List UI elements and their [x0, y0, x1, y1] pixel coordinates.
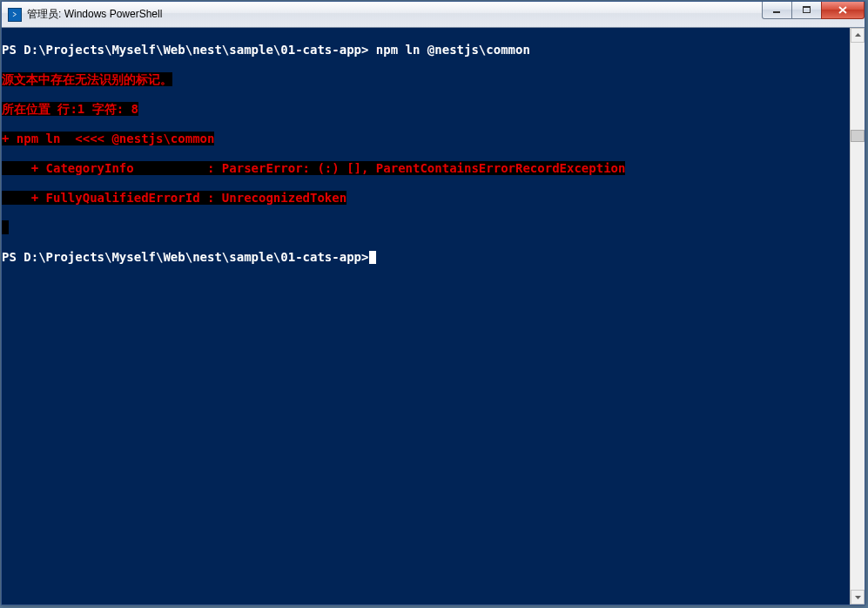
powershell-icon	[8, 8, 22, 22]
chevron-up-icon	[854, 31, 862, 39]
svg-rect-0	[773, 11, 780, 13]
command-text: npm ln @nestjs\common	[368, 43, 529, 57]
error-line: 源文本中存在无法识别的标记。	[2, 72, 172, 86]
window-title: 管理员: Windows PowerShell	[27, 7, 162, 22]
maximize-button[interactable]	[791, 2, 822, 19]
cursor	[369, 251, 376, 264]
error-line: + npm ln <<<< @nestjs\common	[2, 132, 214, 145]
error-line: + CategoryInfo : ParserError: (:) [], Pa…	[2, 161, 625, 175]
maximize-icon	[802, 5, 811, 15]
scroll-up-button[interactable]	[851, 28, 865, 43]
client-area: PS D:\Projects\Myself\Web\nest\sample\01…	[2, 28, 865, 605]
error-blank-line	[2, 220, 9, 234]
powershell-window: 管理员: Windows PowerShell PS D:\Projects\M…	[1, 1, 865, 605]
minimize-icon	[772, 5, 782, 15]
scrollbar-track[interactable]	[851, 43, 865, 590]
minimize-button[interactable]	[762, 2, 792, 19]
svg-rect-2	[803, 6, 811, 8]
scrollbar-thumb[interactable]	[851, 130, 865, 142]
chevron-down-icon	[854, 593, 862, 601]
error-line: + FullyQualifiedErrorId : UnrecognizedTo…	[2, 191, 347, 205]
scroll-down-button[interactable]	[851, 590, 865, 605]
vertical-scrollbar[interactable]	[850, 28, 865, 605]
close-button[interactable]	[821, 2, 865, 19]
prompt-line: PS D:\Projects\Myself\Web\nest\sample\01…	[2, 250, 368, 264]
prompt-line: PS D:\Projects\Myself\Web\nest\sample\01…	[2, 43, 368, 57]
window-buttons	[763, 2, 865, 19]
error-line: 所在位置 行:1 字符: 8	[2, 102, 138, 116]
close-icon	[838, 5, 848, 15]
title-bar[interactable]: 管理员: Windows PowerShell	[2, 2, 865, 28]
terminal-output[interactable]: PS D:\Projects\Myself\Web\nest\sample\01…	[2, 28, 850, 605]
